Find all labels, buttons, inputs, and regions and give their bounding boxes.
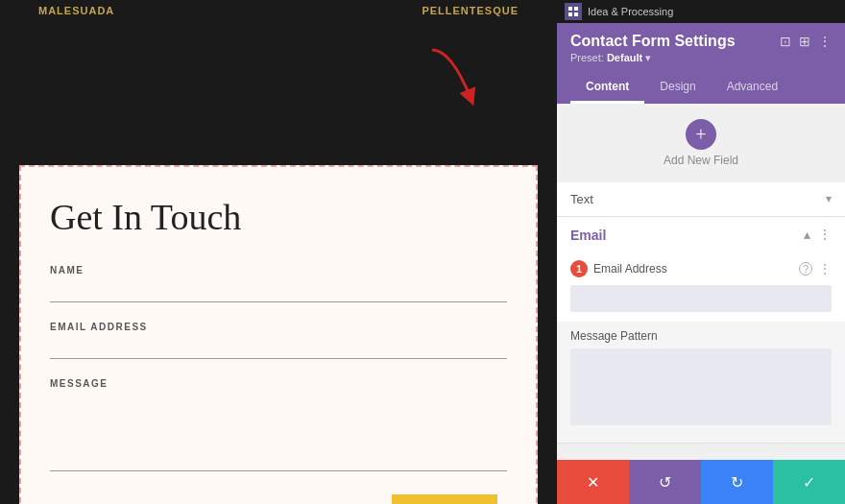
- right-header-bar: Idea & Processing: [557, 0, 845, 23]
- add-field-circle-icon: +: [686, 119, 716, 150]
- add-field-label: Add New Field: [664, 154, 738, 167]
- settings-title: Contact Form Settings: [570, 33, 736, 50]
- message-pattern-label: Message Pattern: [570, 329, 832, 343]
- settings-header: Contact Form Settings ⊡ ⊞ ⋮ Preset: Defa…: [557, 23, 845, 104]
- preset-value[interactable]: Default: [607, 52, 642, 63]
- tab-advanced[interactable]: Advanced: [712, 72, 793, 104]
- top-bar: MALESUADA PELLENTESQUE: [0, 0, 557, 21]
- tabs-row: Content Design Advanced: [570, 72, 832, 104]
- arrow-indicator: [422, 40, 499, 121]
- bottom-action-bar: ✕ ↺ ↻ ✓: [557, 460, 845, 504]
- message-textarea[interactable]: [50, 395, 507, 471]
- undo-button[interactable]: ↺: [629, 460, 701, 504]
- text-chevron-down-icon: ▾: [826, 192, 832, 206]
- tab-design[interactable]: Design: [644, 72, 711, 104]
- confirm-button[interactable]: ✓: [773, 460, 845, 504]
- close-icon: ✕: [587, 473, 599, 492]
- email-section-header: Email ▴ ⋮: [557, 217, 845, 252]
- name-label: NAME: [50, 265, 507, 276]
- add-field-button[interactable]: + Add New Field: [557, 104, 845, 182]
- settings-title-icons: ⊡ ⊞ ⋮: [780, 34, 832, 50]
- message-field: MESSAGE: [50, 378, 507, 475]
- email-input[interactable]: [50, 338, 507, 359]
- email-collapse-icon[interactable]: ▴: [804, 227, 810, 243]
- responsive-icon[interactable]: ⊡: [780, 34, 791, 50]
- badge-1: 1: [570, 260, 588, 277]
- contact-form: Get In Touch NAME EMAIL ADDRESS MESSAGE …: [19, 165, 538, 504]
- close-button[interactable]: ✕: [557, 460, 629, 504]
- more-options-icon[interactable]: ⋮: [818, 34, 832, 50]
- settings-title-row: Contact Form Settings ⊡ ⊞ ⋮: [570, 33, 832, 50]
- name-field: NAME: [50, 265, 507, 302]
- email-label: EMAIL ADDRESS: [50, 322, 507, 332]
- email-section-label: Email: [570, 228, 606, 243]
- settings-preset: Preset: Default ▾: [570, 52, 832, 64]
- email-address-label: Email Address: [593, 262, 793, 276]
- submit-button[interactable]: SUBMIT: [392, 494, 497, 504]
- email-address-row: 1 Email Address ? ⋮: [557, 252, 845, 281]
- text-section-row[interactable]: Text ▾: [557, 182, 845, 217]
- left-panel: MALESUADA PELLENTESQUE Get In Touch NAME…: [0, 0, 557, 504]
- text-section-label: Text: [570, 192, 593, 206]
- form-module-icon: [565, 3, 582, 20]
- help-icon[interactable]: ?: [799, 262, 812, 276]
- message-pattern-section: Message Pattern: [557, 322, 845, 443]
- tab-content[interactable]: Content: [570, 72, 644, 104]
- email-address-input[interactable]: [570, 285, 832, 312]
- confirm-icon: ✓: [803, 473, 815, 492]
- module-title: Idea & Processing: [588, 6, 673, 17]
- email-field: EMAIL ADDRESS: [50, 322, 507, 359]
- redo-button[interactable]: ↻: [701, 460, 773, 504]
- svg-rect-2: [574, 7, 578, 11]
- email-header-icons: ▴ ⋮: [804, 227, 832, 243]
- settings-body: + Add New Field Text ▾ Email ▴ ⋮ 1 Email…: [557, 104, 845, 460]
- top-bar-right: PELLENTESQUE: [422, 5, 519, 16]
- field-more-icon[interactable]: ⋮: [818, 261, 832, 277]
- redo-icon: ↻: [731, 473, 743, 492]
- email-input-row: [557, 281, 845, 322]
- submit-row: SUBMIT: [50, 494, 507, 504]
- svg-rect-1: [568, 7, 572, 11]
- message-label: MESSAGE: [50, 378, 507, 389]
- name-input[interactable]: [50, 281, 507, 302]
- form-title: Get In Touch: [50, 196, 507, 238]
- message-pattern-textarea[interactable]: [570, 348, 832, 425]
- svg-rect-4: [574, 12, 578, 16]
- email-section: Email ▴ ⋮ 1 Email Address ? ⋮ Message Pa…: [557, 217, 845, 444]
- svg-rect-3: [568, 12, 572, 16]
- top-bar-left: MALESUADA: [38, 5, 114, 16]
- right-panel: Idea & Processing Contact Form Settings …: [557, 0, 845, 504]
- undo-icon: ↺: [659, 473, 671, 492]
- columns-icon[interactable]: ⊞: [799, 34, 810, 50]
- email-more-icon[interactable]: ⋮: [818, 227, 832, 243]
